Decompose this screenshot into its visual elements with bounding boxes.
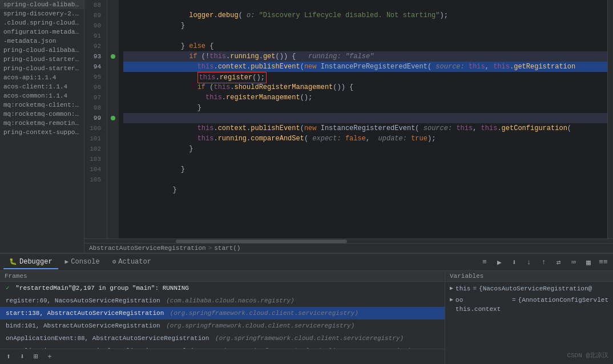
expand-context-icon[interactable]: ▶ [450,296,453,305]
line-num-95: 95 [84,72,103,82]
sidebar-item-1[interactable]: spring-discovery-2.2.0.RELE [0,9,84,18]
line-num-104: 104 [84,164,103,175]
code-line-90 [123,21,607,31]
frame-thread-row[interactable]: ✓ "restartedMain"@2,197 in group "main":… [0,282,445,294]
brace-91b: { [209,42,213,50]
gutter-98 [107,103,119,113]
frames-list: ✓ "restartedMain"@2,197 in group "main":… [0,282,445,349]
sidebar-item-13[interactable]: mq:rocketmq-remoting:3. [0,119,84,128]
gutter-103 [107,154,119,164]
tab-console[interactable]: ▶ Console [59,256,106,269]
toolbar-btn-run-to-cursor[interactable]: ⇄ [552,256,565,269]
var-item-this[interactable]: ▶ this = {NacosAutoServiceRegistration@ [445,283,613,294]
code-line-91: } else { [123,31,607,41]
line-num-97: 97 [84,92,103,103]
sidebar-item-7[interactable]: pring-cloud-starter-aliba [0,64,84,73]
kw-true: true [411,135,428,143]
line-num-100: 100 [84,123,103,134]
fn-context-93: context [218,63,247,71]
brace-89: } [181,22,185,30]
gutter-97 [107,92,119,103]
toolbar-btn-step-into[interactable]: ↓ [523,256,535,269]
gutter-88 [107,0,119,10]
tab-actuator[interactable]: ⚙ Actuator [107,256,157,269]
sidebar-item-11[interactable]: mq:rocketmq-client:3.2.6 [0,100,84,110]
gutter-91 [107,31,119,41]
sidebar-item-4[interactable]: -metadata.json [0,37,84,46]
frame-item-1[interactable]: start:138, AbstractAutoServiceRegistrati… [0,307,445,319]
var-value-this: {NacosAutoServiceRegistration@ [479,284,592,293]
sidebar-item-3[interactable]: onfiguration-metadata.js [0,27,84,37]
sidebar-item-10[interactable]: acos-common:1.1.4 [0,91,84,100]
sidebar-item-9[interactable]: acos-client:1.1.4 [0,82,84,91]
fn-getReg-93: getRegistration [514,63,575,71]
fn-get-92: get [263,52,276,60]
frame-item-4[interactable]: onApplicationEvent:47, SimpleApplication… [0,345,445,349]
breakpoint-dot-99[interactable] [111,116,115,120]
this-96: this [205,94,222,102]
gutter-104 [107,164,119,175]
fn-context-99: context [218,124,247,132]
toolbar-btn-step-out[interactable]: ↑ [538,256,550,269]
toolbar-btn-evaluate[interactable]: ⌨ [567,256,580,269]
fn-running-100: running [218,135,247,143]
frame-pkg-1: (org.springframework.cloud.client.servic… [166,309,358,318]
hint-expect: expect: [312,135,341,143]
gutter-99 [107,113,119,123]
frame-name-0: register:69, NacosAutoServiceRegistratio… [6,296,160,305]
line-num-105: 105 [84,175,103,185]
frame-pkg-3: (org.springframework.cloud.client.servic… [211,334,404,343]
sidebar-item-12[interactable]: mq:rocketmq-common:3. [0,110,84,119]
code-line-88: logger.debug( o: "Discovery Lifecycle di… [123,0,607,10]
toolbar-btn-resume[interactable]: ▶ [493,256,506,269]
sidebar-item-5[interactable]: pring-cloud-alibaba-sea [0,46,84,55]
frames-toolbar: ⬆ ⬇ ⊞ + [0,349,445,364]
toolbar-btn-step-over[interactable]: ⬇ [508,256,521,269]
frame-item-0[interactable]: register:69, NacosAutoServiceRegistratio… [0,294,445,307]
tab-debugger-label: Debugger [19,258,53,266]
line-num-93: 93 [84,51,103,62]
debugger-icon: 🐛 [9,258,17,265]
sidebar-item-6[interactable]: pring-cloud-starter-aliba [0,55,84,64]
toolbar-btn-layout[interactable]: ▦ [582,256,595,269]
frames-btn-up[interactable]: ⬆ [2,350,15,363]
frames-btn-add[interactable]: + [43,350,56,363]
gutter-94 [107,62,119,72]
sidebar-item-14[interactable]: pring-context-support:1 [0,128,84,137]
brace-101: } [189,145,193,153]
debugger-panel: 🐛 Debugger ▶ Console ⚙ Actuator ≡ ▶ ⬇ ↓ … [0,253,613,364]
this-95: this [213,83,230,91]
breakpoint-dot-93[interactable] [111,54,115,59]
scrollbar-area[interactable] [607,0,613,238]
this-93: this [197,63,214,71]
cls-instance-99: InstanceRegisteredEvent [321,124,416,132]
line-num-88: 88 [84,0,103,10]
fn-shouldReg-95: shouldRegisterManagement [234,83,333,91]
sidebar-item-2[interactable]: .cloud.spring-cloud-alib [0,18,84,27]
frame-thread-label: "restartedMain"@2,197 in group "main": R… [12,284,189,293]
gutter-89 [107,10,119,21]
frame-item-2[interactable]: bind:101, AbstractAutoServiceRegistratio… [0,319,445,332]
hint-o: o: [247,11,255,19]
frames-btn-filter[interactable]: ⊞ [30,350,42,363]
expand-this-icon[interactable]: ▶ [450,284,453,293]
line-num-103: 103 [84,154,103,164]
var-item-context[interactable]: ▶ oo this.context = {AnnotationConfigSer… [445,294,613,306]
line-num-90: 90 [84,21,103,31]
frame-name-1: start:138, AbstractAutoServiceRegistrati… [6,309,164,318]
sidebar-item-8[interactable]: acos-api:1.1.4 [0,73,84,82]
frame-check-icon: ✓ [6,284,10,293]
this-93c: this [493,63,510,71]
kw-new-93: new [304,63,317,71]
frame-item-3[interactable]: onApplicationEvent:88, AbstractAutoServi… [0,332,445,345]
sidebar-item-0[interactable]: spring-cloud-alibaba-nac [0,0,84,9]
gutter-93 [107,51,119,62]
toolbar-btn-menu[interactable]: ≡ [478,256,491,269]
frames-btn-down[interactable]: ⬇ [16,350,29,363]
fn-debug: debug [218,11,239,19]
toolbar-btn-settings[interactable]: ≡≡ [597,256,610,269]
tab-debugger[interactable]: 🐛 Debugger [3,256,58,269]
watermark: CSDN @北凉汉 [567,351,608,359]
fn-running-92: running [230,52,259,60]
code-line-103: } [123,154,607,164]
